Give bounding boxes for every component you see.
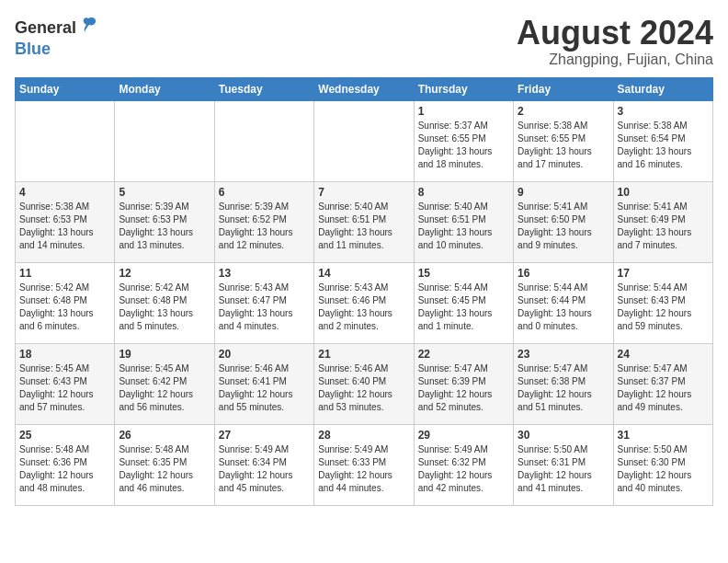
weekday-header-wednesday: Wednesday	[314, 77, 414, 100]
calendar-week-row: 4Sunrise: 5:38 AM Sunset: 6:53 PM Daylig…	[16, 181, 713, 262]
day-info: Sunrise: 5:40 AM Sunset: 6:51 PM Dayligh…	[318, 201, 409, 252]
weekday-header-tuesday: Tuesday	[214, 77, 313, 100]
month-year: August 2024	[517, 15, 713, 52]
day-number: 13	[219, 267, 310, 280]
calendar-cell: 30Sunrise: 5:50 AM Sunset: 6:31 PM Dayli…	[514, 424, 613, 505]
day-info: Sunrise: 5:46 AM Sunset: 6:40 PM Dayligh…	[318, 362, 409, 414]
day-number: 20	[219, 348, 310, 361]
calendar-cell: 13Sunrise: 5:43 AM Sunset: 6:47 PM Dayli…	[214, 262, 313, 343]
calendar-cell: 18Sunrise: 5:45 AM Sunset: 6:43 PM Dayli…	[16, 343, 115, 424]
calendar-cell: 19Sunrise: 5:45 AM Sunset: 6:42 PM Dayli…	[115, 343, 214, 424]
logo: General Blue	[15, 15, 98, 57]
calendar-cell: 4Sunrise: 5:38 AM Sunset: 6:53 PM Daylig…	[16, 181, 115, 262]
calendar-cell: 26Sunrise: 5:48 AM Sunset: 6:35 PM Dayli…	[115, 424, 214, 505]
day-number: 15	[418, 267, 509, 280]
calendar-cell: 9Sunrise: 5:41 AM Sunset: 6:50 PM Daylig…	[514, 181, 613, 262]
weekday-header-saturday: Saturday	[613, 77, 712, 100]
calendar-cell: 28Sunrise: 5:49 AM Sunset: 6:33 PM Dayli…	[314, 424, 414, 505]
day-number: 7	[318, 186, 409, 199]
day-info: Sunrise: 5:42 AM Sunset: 6:48 PM Dayligh…	[19, 282, 110, 333]
calendar-cell: 24Sunrise: 5:47 AM Sunset: 6:37 PM Dayli…	[613, 343, 712, 424]
weekday-header-thursday: Thursday	[414, 77, 513, 100]
weekday-header-friday: Friday	[514, 77, 613, 100]
weekday-header-sunday: Sunday	[16, 77, 115, 100]
day-number: 4	[19, 186, 110, 199]
logo-bird-icon	[78, 15, 98, 40]
calendar-week-row: 18Sunrise: 5:45 AM Sunset: 6:43 PM Dayli…	[16, 343, 713, 424]
day-number: 10	[618, 186, 709, 199]
day-info: Sunrise: 5:38 AM Sunset: 6:54 PM Dayligh…	[618, 120, 709, 171]
calendar-week-row: 1Sunrise: 5:37 AM Sunset: 6:55 PM Daylig…	[16, 100, 713, 181]
day-info: Sunrise: 5:43 AM Sunset: 6:46 PM Dayligh…	[318, 282, 409, 333]
day-number: 11	[19, 267, 110, 280]
calendar-cell	[115, 100, 214, 181]
day-info: Sunrise: 5:43 AM Sunset: 6:47 PM Dayligh…	[219, 282, 310, 333]
calendar-table: SundayMondayTuesdayWednesdayThursdayFrid…	[15, 77, 713, 506]
day-info: Sunrise: 5:49 AM Sunset: 6:33 PM Dayligh…	[318, 443, 409, 495]
day-number: 26	[119, 429, 210, 442]
day-info: Sunrise: 5:37 AM Sunset: 6:55 PM Dayligh…	[418, 120, 509, 171]
day-number: 30	[518, 429, 609, 442]
day-number: 27	[219, 429, 310, 442]
day-number: 2	[518, 105, 609, 118]
calendar-cell: 8Sunrise: 5:40 AM Sunset: 6:51 PM Daylig…	[414, 181, 513, 262]
day-number: 29	[418, 429, 509, 442]
logo-blue: Blue	[15, 40, 98, 57]
calendar-cell: 12Sunrise: 5:42 AM Sunset: 6:48 PM Dayli…	[115, 262, 214, 343]
day-number: 23	[518, 348, 609, 361]
day-number: 19	[119, 348, 210, 361]
day-number: 5	[119, 186, 210, 199]
day-info: Sunrise: 5:50 AM Sunset: 6:31 PM Dayligh…	[518, 443, 609, 495]
calendar-cell: 27Sunrise: 5:49 AM Sunset: 6:34 PM Dayli…	[214, 424, 313, 505]
calendar-cell: 3Sunrise: 5:38 AM Sunset: 6:54 PM Daylig…	[613, 100, 712, 181]
calendar-cell: 14Sunrise: 5:43 AM Sunset: 6:46 PM Dayli…	[314, 262, 414, 343]
weekday-header-row: SundayMondayTuesdayWednesdayThursdayFrid…	[16, 77, 713, 100]
day-number: 25	[19, 429, 110, 442]
day-info: Sunrise: 5:46 AM Sunset: 6:41 PM Dayligh…	[219, 362, 310, 414]
day-info: Sunrise: 5:49 AM Sunset: 6:32 PM Dayligh…	[418, 443, 509, 495]
calendar-week-row: 25Sunrise: 5:48 AM Sunset: 6:36 PM Dayli…	[16, 424, 713, 505]
day-number: 18	[19, 348, 110, 361]
calendar-cell: 31Sunrise: 5:50 AM Sunset: 6:30 PM Dayli…	[613, 424, 712, 505]
day-info: Sunrise: 5:42 AM Sunset: 6:48 PM Dayligh…	[119, 282, 210, 333]
day-info: Sunrise: 5:47 AM Sunset: 6:38 PM Dayligh…	[518, 362, 609, 414]
day-number: 6	[219, 186, 310, 199]
calendar-cell: 22Sunrise: 5:47 AM Sunset: 6:39 PM Dayli…	[414, 343, 513, 424]
calendar-cell	[16, 100, 115, 181]
day-number: 28	[318, 429, 409, 442]
calendar-week-row: 11Sunrise: 5:42 AM Sunset: 6:48 PM Dayli…	[16, 262, 713, 343]
day-number: 12	[119, 267, 210, 280]
calendar-cell: 6Sunrise: 5:39 AM Sunset: 6:52 PM Daylig…	[214, 181, 313, 262]
day-number: 31	[618, 429, 709, 442]
day-info: Sunrise: 5:44 AM Sunset: 6:43 PM Dayligh…	[618, 282, 709, 333]
calendar-cell: 23Sunrise: 5:47 AM Sunset: 6:38 PM Dayli…	[514, 343, 613, 424]
location: Zhangping, Fujian, China	[517, 52, 713, 68]
day-info: Sunrise: 5:48 AM Sunset: 6:36 PM Dayligh…	[19, 443, 110, 495]
day-info: Sunrise: 5:38 AM Sunset: 6:53 PM Dayligh…	[19, 201, 110, 252]
weekday-header-monday: Monday	[115, 77, 214, 100]
day-info: Sunrise: 5:39 AM Sunset: 6:52 PM Dayligh…	[219, 201, 310, 252]
day-info: Sunrise: 5:40 AM Sunset: 6:51 PM Dayligh…	[418, 201, 509, 252]
day-number: 22	[418, 348, 509, 361]
logo-general: General	[15, 19, 76, 36]
calendar-cell: 5Sunrise: 5:39 AM Sunset: 6:53 PM Daylig…	[115, 181, 214, 262]
day-info: Sunrise: 5:44 AM Sunset: 6:44 PM Dayligh…	[518, 282, 609, 333]
day-info: Sunrise: 5:38 AM Sunset: 6:55 PM Dayligh…	[518, 120, 609, 171]
day-number: 16	[518, 267, 609, 280]
calendar-cell: 16Sunrise: 5:44 AM Sunset: 6:44 PM Dayli…	[514, 262, 613, 343]
day-number: 1	[418, 105, 509, 118]
day-info: Sunrise: 5:48 AM Sunset: 6:35 PM Dayligh…	[119, 443, 210, 495]
day-number: 9	[518, 186, 609, 199]
day-number: 8	[418, 186, 509, 199]
calendar-cell: 17Sunrise: 5:44 AM Sunset: 6:43 PM Dayli…	[613, 262, 712, 343]
day-info: Sunrise: 5:50 AM Sunset: 6:30 PM Dayligh…	[618, 443, 709, 495]
day-number: 17	[618, 267, 709, 280]
calendar-cell: 2Sunrise: 5:38 AM Sunset: 6:55 PM Daylig…	[514, 100, 613, 181]
calendar-cell: 25Sunrise: 5:48 AM Sunset: 6:36 PM Dayli…	[16, 424, 115, 505]
calendar-cell: 15Sunrise: 5:44 AM Sunset: 6:45 PM Dayli…	[414, 262, 513, 343]
calendar-cell: 7Sunrise: 5:40 AM Sunset: 6:51 PM Daylig…	[314, 181, 414, 262]
day-number: 14	[318, 267, 409, 280]
day-info: Sunrise: 5:39 AM Sunset: 6:53 PM Dayligh…	[119, 201, 210, 252]
title-area: August 2024 Zhangping, Fujian, China	[517, 15, 713, 68]
day-number: 24	[618, 348, 709, 361]
